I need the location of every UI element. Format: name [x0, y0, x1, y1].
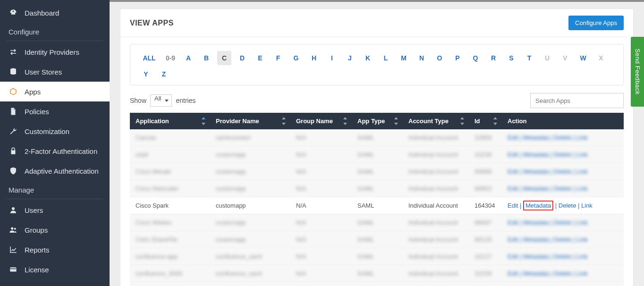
action-delete[interactable]: Delete [554, 134, 572, 141]
action-metadata[interactable]: Metadata [523, 201, 553, 210]
action-delete[interactable]: Delete [554, 236, 572, 243]
action-metadata[interactable]: Metadata [523, 185, 549, 192]
sidebar-item-license[interactable]: License [0, 260, 110, 279]
table-row: cdailcustomappN/ASAMLIndividual Account1… [130, 146, 624, 163]
action-edit[interactable]: Edit [508, 202, 518, 209]
action-link[interactable]: Link [576, 236, 588, 243]
sidebar-item-dashboard[interactable]: Dashboard [0, 3, 110, 23]
action-metadata[interactable]: Metadata [523, 151, 549, 158]
cell: confluence_saml [210, 282, 290, 286]
action-metadata[interactable]: Metadata [523, 253, 549, 260]
alpha-filter-k[interactable]: K [361, 51, 375, 65]
action-link[interactable]: Link [576, 185, 588, 192]
action-edit[interactable]: Edit [508, 134, 518, 141]
separator: | [553, 202, 559, 209]
action-link[interactable]: Link [576, 270, 588, 277]
sidebar-item-identity-providers[interactable]: Identity Providers [0, 42, 110, 62]
action-edit[interactable]: Edit [508, 236, 518, 243]
sidebar-item-policies[interactable]: Policies [0, 101, 110, 121]
action-metadata[interactable]: Metadata [523, 236, 549, 243]
entries-select[interactable]: All [150, 94, 172, 107]
col-action: Action [502, 113, 624, 129]
sidebar-item-user-stores[interactable]: User Stores [0, 62, 110, 82]
alpha-filter-i[interactable]: I [325, 51, 339, 65]
action-edit[interactable]: Edit [508, 151, 518, 158]
send-feedback-tab[interactable]: Send Feedback [631, 37, 644, 107]
cell: 10859 [469, 129, 502, 146]
alpha-filter-v: V [558, 51, 572, 65]
configure-apps-button[interactable]: Configure Apps [568, 16, 624, 30]
action-delete[interactable]: Delete [559, 202, 576, 209]
separator: | [571, 168, 576, 175]
action-edit[interactable]: Edit [508, 270, 518, 277]
alpha-filter-r[interactable]: R [486, 51, 500, 65]
alpha-filter-a[interactable]: A [181, 51, 195, 65]
cell: N/A [290, 180, 352, 197]
swap-icon [8, 47, 18, 57]
alpha-filter-q[interactable]: Q [468, 51, 483, 65]
cell: 59899 [469, 163, 502, 180]
action-delete[interactable]: Delete [554, 168, 572, 175]
action-link[interactable]: Link [576, 219, 588, 226]
action-edit[interactable]: Edit [508, 253, 518, 260]
col-provider[interactable]: Provider Name [210, 113, 290, 129]
search-input[interactable] [530, 93, 624, 108]
alpha-filter-w[interactable]: W [576, 51, 590, 65]
action-delete[interactable]: Delete [554, 185, 572, 192]
action-metadata[interactable]: Metadata [523, 168, 549, 175]
action-link[interactable]: Link [576, 168, 588, 175]
action-edit[interactable]: Edit [508, 168, 518, 175]
sidebar-item-apps[interactable]: Apps [0, 82, 110, 101]
alpha-filter-s[interactable]: S [504, 51, 518, 65]
col-application[interactable]: Application [130, 113, 210, 129]
alpha-filter-e[interactable]: E [253, 51, 267, 65]
users-icon [8, 225, 18, 235]
action-metadata[interactable]: Metadata [523, 270, 549, 277]
action-metadata[interactable]: Metadata [523, 219, 549, 226]
action-link[interactable]: Link [576, 134, 588, 141]
sidebar-item-groups[interactable]: Groups [0, 220, 110, 240]
col-accounttype[interactable]: Account Type [403, 113, 469, 129]
cell: SAML [352, 163, 403, 180]
alpha-filter-n[interactable]: N [415, 51, 429, 65]
action-link[interactable]: Link [576, 253, 588, 260]
alpha-filter-g[interactable]: G [289, 51, 303, 65]
alpha-filter-c[interactable]: C [217, 51, 231, 65]
alpha-filter-h[interactable]: H [307, 51, 321, 65]
alpha-filter-b[interactable]: B [199, 51, 213, 65]
alpha-filter-d[interactable]: D [235, 51, 249, 65]
chart-icon [8, 245, 18, 254]
col-apptype[interactable]: App Type [352, 113, 403, 129]
alpha-filter-t[interactable]: T [522, 51, 536, 65]
action-edit[interactable]: Edit [508, 219, 518, 226]
action-metadata[interactable]: Metadata [523, 134, 549, 141]
cell: 10239 [469, 146, 502, 163]
action-link[interactable]: Link [581, 202, 593, 209]
sidebar-item-adaptive-auth[interactable]: Adaptive Authentication [0, 161, 110, 181]
alpha-filter-f[interactable]: F [271, 51, 285, 65]
col-id[interactable]: Id [469, 113, 502, 129]
alpha-filter-y[interactable]: Y [139, 67, 153, 81]
action-delete[interactable]: Delete [554, 253, 572, 260]
alpha-filter-z[interactable]: Z [157, 67, 171, 81]
action-link[interactable]: Link [576, 151, 588, 158]
alpha-filter-o[interactable]: O [432, 51, 447, 65]
action-delete[interactable]: Delete [554, 151, 572, 158]
sidebar-item-2fa[interactable]: 2-Factor Authentication [0, 141, 110, 161]
alpha-filter-num[interactable]: 0-9 [163, 51, 178, 65]
action-edit[interactable]: Edit [508, 185, 518, 192]
action-delete[interactable]: Delete [554, 270, 572, 277]
col-group[interactable]: Group Name [290, 113, 352, 129]
sidebar-item-reports[interactable]: Reports [0, 240, 110, 260]
wrench-icon [8, 126, 18, 136]
sidebar-item-customization[interactable]: Customization [0, 121, 110, 141]
alpha-filter-l[interactable]: L [379, 51, 393, 65]
alpha-filter-m[interactable]: M [397, 51, 411, 65]
alpha-filter-all[interactable]: ALL [139, 51, 160, 65]
alpha-filter-p[interactable]: P [450, 51, 465, 65]
sidebar-item-users[interactable]: Users [0, 200, 110, 220]
separator: | [518, 219, 523, 226]
alpha-filter-j[interactable]: J [343, 51, 357, 65]
action-delete[interactable]: Delete [554, 219, 572, 226]
main: VIEW APPS Configure Apps ALL0-9ABCDEFGHI… [110, 0, 644, 286]
